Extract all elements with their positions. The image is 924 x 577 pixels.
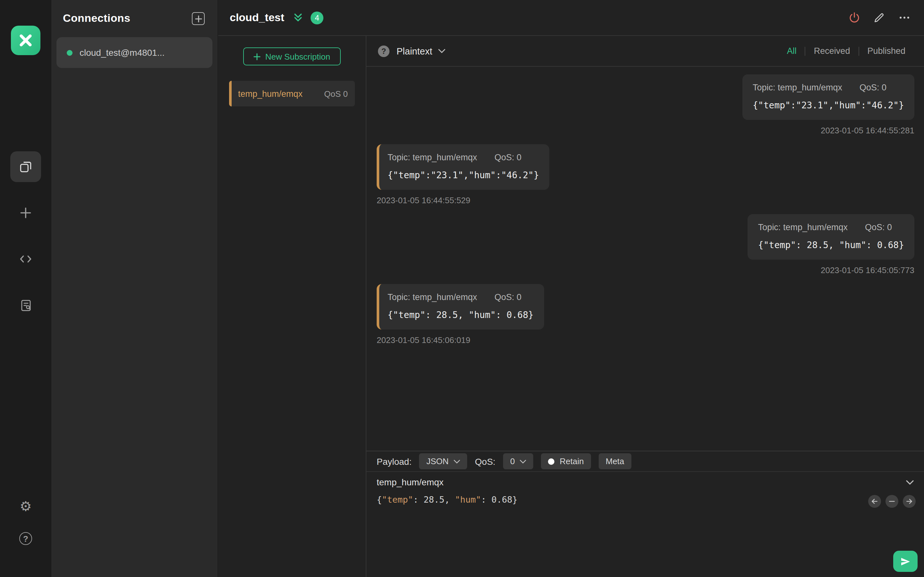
payload-editor[interactable]: {"temp": 28.5, "hum": 0.68} — [376, 494, 914, 505]
payload-seg: : 0.68} — [481, 494, 517, 504]
publish-panel: Payload: JSON QoS: 0 — [367, 451, 924, 577]
message-list: Topic: temp_hum/emqx QoS: 0 {"temp":"23.… — [367, 67, 924, 451]
new-subscription-button[interactable]: New Subscription — [244, 47, 341, 65]
history-prev-button[interactable] — [868, 495, 881, 508]
more-options-button[interactable] — [897, 11, 911, 25]
connection-header: cloud_test 4 — [218, 0, 924, 36]
collapse-editor-chevron-icon[interactable] — [906, 480, 914, 484]
message-bubble: Topic: temp_hum/emqx QoS: 0 {"temp": 28.… — [376, 284, 544, 330]
qos-value: 0 — [510, 456, 515, 466]
message-topic: Topic: temp_hum/emqx — [388, 292, 477, 302]
expand-connection-chevron-icon[interactable] — [293, 13, 303, 23]
help-button[interactable]: ? — [19, 532, 32, 545]
icon-rail: ⚙ ? — [0, 0, 51, 577]
message-timestamp: 2023-01-05 16:44:55:281 — [821, 126, 914, 135]
chevron-down-icon — [438, 49, 445, 53]
mqttx-app: ⚙ ? Connections cloud_test@m4801... clou… — [0, 0, 924, 577]
filter-received[interactable]: Received — [805, 47, 859, 55]
payload-format-select[interactable]: JSON — [419, 453, 467, 469]
power-icon — [848, 11, 860, 24]
minus-icon — [889, 498, 895, 504]
messages-toolbar: ? Plaintext All Received Published — [367, 36, 924, 67]
publish-controls: Payload: JSON QoS: 0 — [367, 451, 924, 472]
plus-icon — [19, 206, 33, 220]
edit-connection-button[interactable] — [872, 11, 886, 25]
history-navigation — [868, 495, 916, 508]
message-payload: {"temp":"23.1","hum":"46.2"} — [753, 100, 904, 110]
arrow-left-icon — [871, 498, 878, 504]
qos-label: QoS: — [475, 456, 495, 466]
settings-button[interactable]: ⚙ — [19, 500, 32, 513]
subscription-topic: temp_hum/emqx — [238, 89, 302, 98]
message-topic: Topic: temp_hum/emqx — [758, 222, 848, 232]
payload-format-help-icon[interactable]: ? — [378, 45, 389, 57]
gear-icon: ⚙ — [19, 500, 32, 513]
filter-published[interactable]: Published — [858, 47, 914, 55]
question-icon: ? — [19, 532, 32, 545]
message-format-select[interactable]: Plaintext — [397, 46, 445, 56]
retain-label: Retain — [560, 456, 584, 466]
payload-label: Payload: — [376, 456, 412, 466]
message-bubble: Topic: temp_hum/emqx QoS: 0 {"temp": 28.… — [748, 214, 914, 259]
message-bubble: Topic: temp_hum/emqx QoS: 0 {"temp":"23.… — [742, 74, 914, 120]
messages-column: ? Plaintext All Received Published — [367, 36, 924, 577]
payload-seg: : 28.5, — [413, 494, 455, 504]
add-connection-button[interactable] — [192, 12, 205, 25]
topic-input-row: temp_hum/emqx — [376, 477, 914, 487]
disconnect-button[interactable] — [847, 11, 861, 25]
message-published: Topic: temp_hum/emqx QoS: 0 {"temp":"23.… — [742, 74, 914, 135]
main-body: New Subscription temp_hum/emqx QoS 0 ? P… — [218, 36, 924, 577]
message-meta: Topic: temp_hum/emqx QoS: 0 — [388, 292, 533, 302]
arrow-right-icon — [906, 498, 913, 504]
subscription-qos: QoS 0 — [324, 89, 348, 98]
nav-new-connection-button[interactable] — [10, 197, 41, 228]
message-received: Topic: temp_hum/emqx QoS: 0 {"temp":"23.… — [376, 144, 549, 205]
message-timestamp: 2023-01-05 16:45:05:773 — [821, 266, 914, 275]
message-payload: {"temp": 28.5, "hum": 0.68} — [388, 309, 533, 320]
message-qos: QoS: 0 — [494, 292, 521, 302]
connections-header: Connections — [51, 0, 218, 37]
connections-icon — [19, 160, 33, 174]
pencil-icon — [873, 12, 885, 23]
payload-format-value: JSON — [426, 456, 449, 466]
connections-panel: Connections cloud_test@m4801... — [51, 0, 218, 577]
mqttx-logo-icon[interactable] — [11, 26, 40, 55]
message-qos: QoS: 0 — [865, 222, 892, 232]
message-published: Topic: temp_hum/emqx QoS: 0 {"temp": 28.… — [748, 214, 914, 275]
connection-list-item[interactable]: cloud_test@m4801... — [57, 37, 212, 68]
message-payload: {"temp": 28.5, "hum": 0.68} — [758, 240, 904, 250]
connections-title: Connections — [63, 12, 130, 25]
log-document-icon — [19, 298, 32, 312]
rail-bottom: ⚙ ? — [19, 500, 32, 545]
message-qos: QoS: 0 — [494, 153, 521, 162]
retain-toggle[interactable]: Retain — [541, 453, 591, 469]
subscriptions-column: New Subscription temp_hum/emqx QoS 0 — [218, 36, 367, 577]
send-button[interactable] — [893, 551, 918, 572]
chevron-down-icon — [520, 459, 527, 463]
message-timestamp: 2023-01-05 16:44:55:529 — [376, 195, 470, 205]
payload-seg-key: "hum" — [455, 494, 481, 504]
message-timestamp: 2023-01-05 16:45:06:019 — [376, 335, 470, 345]
topic-input[interactable]: temp_hum/emqx — [376, 477, 444, 487]
message-count-badge: 4 — [310, 11, 323, 24]
rail-nav — [10, 151, 41, 321]
nav-log-button[interactable] — [10, 290, 41, 321]
paper-plane-icon — [900, 556, 911, 566]
subscription-item[interactable]: temp_hum/emqx QoS 0 — [229, 81, 355, 106]
meta-button[interactable]: Meta — [599, 453, 632, 469]
meta-label: Meta — [606, 456, 624, 466]
header-actions — [847, 11, 911, 25]
nav-script-button[interactable] — [10, 243, 41, 274]
nav-connections-button[interactable] — [10, 151, 41, 182]
message-meta: Topic: temp_hum/emqx QoS: 0 — [753, 83, 904, 92]
message-topic: Topic: temp_hum/emqx — [753, 83, 842, 92]
ellipsis-icon — [898, 11, 910, 24]
clear-payload-button[interactable] — [885, 495, 898, 508]
message-meta: Topic: temp_hum/emqx QoS: 0 — [758, 222, 904, 232]
history-next-button[interactable] — [903, 495, 916, 508]
qos-select[interactable]: 0 — [503, 453, 533, 469]
message-format-value: Plaintext — [397, 46, 432, 56]
main-area: cloud_test 4 — [218, 0, 924, 577]
message-qos: QoS: 0 — [859, 83, 887, 92]
filter-all[interactable]: All — [779, 47, 805, 55]
